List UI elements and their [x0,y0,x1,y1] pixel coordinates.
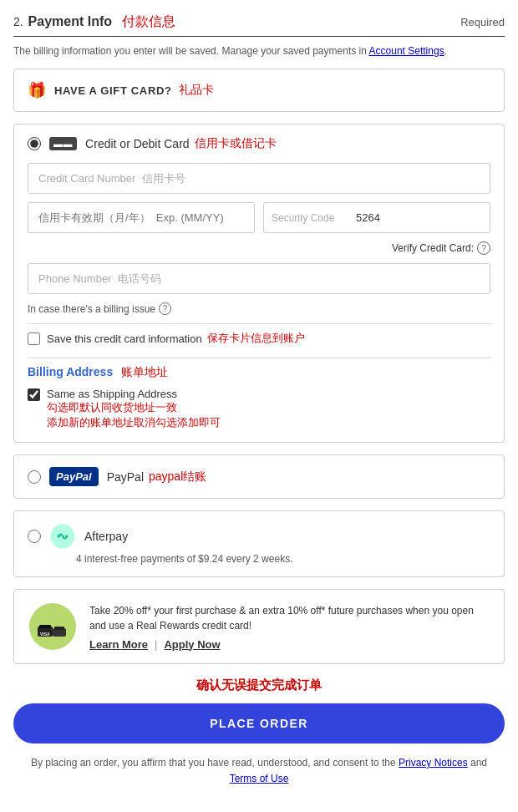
afterpay-header: Afterpay [28,523,490,550]
afterpay-label: Afterpay [84,530,128,543]
credit-card-label-cn: 信用卡或借记卡 [195,136,277,151]
rewards-content: Take 20% off* your first purchase & an e… [89,603,490,651]
account-settings-link[interactable]: Account Settings [369,45,444,57]
svg-point-3 [29,603,76,650]
legal-text: By placing an order, you affirm that you… [13,755,505,787]
svg-point-1 [58,535,60,537]
security-wrap: Security Code [263,202,490,233]
billing-address-section: Billing Address 账单地址 Same as Shipping Ad… [28,365,490,430]
credit-card-section: ▬▬ Credit or Debit Card 信用卡或借记卡 Security… [13,124,505,443]
credit-card-label: Credit or Debit Card [85,137,190,150]
learn-more-link[interactable]: Learn More [89,638,148,651]
rewards-links: Learn More | Apply Now [89,638,490,651]
save-card-checkbox[interactable] [28,332,40,345]
page-container: 2. Payment Info 付款信息 Required The billin… [0,0,518,800]
afterpay-radio[interactable] [28,530,41,543]
svg-point-2 [65,535,68,537]
privacy-link[interactable]: Privacy Notices [399,757,468,769]
credit-card-radio[interactable] [28,137,41,150]
apply-now-link[interactable]: Apply Now [164,638,220,651]
rewards-img: VISA [28,601,78,652]
phone-group [28,263,490,294]
afterpay-subtext: 4 interest-free payments of $9.24 every … [76,553,490,565]
terms-link[interactable]: Terms of Use [230,773,289,784]
afterpay-section: Afterpay 4 interest-free payments of $9.… [13,510,505,577]
card-number-input[interactable] [28,163,490,194]
rewards-divider: | [155,638,157,651]
afterpay-icon [49,523,76,550]
place-order-button[interactable]: PLACE ORDER [13,703,505,743]
security-input[interactable] [263,202,490,233]
save-card-label-cn: 保存卡片信息到账户 [207,331,305,346]
paypal-label-cn: paypal结账 [149,469,206,485]
billing-issue-icon[interactable]: ? [159,302,171,315]
exp-wrap [28,202,255,233]
exp-security-row: Security Code [28,202,490,233]
save-card-row: Save this credit card information 保存卡片信息… [28,331,490,346]
paypal-radio[interactable] [28,470,41,484]
required-label: Required [460,16,505,28]
verify-row: Verify Credit Card: ? [28,241,490,255]
gift-card-box[interactable]: 🎁 HAVE A GIFT CARD? 礼品卡 [13,69,505,112]
billing-address-title-cn: 账单地址 [121,365,168,378]
exp-input[interactable] [28,202,255,233]
billing-issue-row: In case there's a billing issue ? [28,302,490,315]
svg-rect-5 [39,625,51,628]
svg-text:VISA: VISA [40,632,50,637]
paypal-label: PayPal [107,470,144,484]
gift-card-label: HAVE A GIFT CARD? [54,84,172,97]
section-title-cn: 付款信息 [122,14,175,28]
credit-card-header: ▬▬ Credit or Debit Card 信用卡或借记卡 [28,136,490,151]
billing-address-title: Billing Address [28,365,113,378]
paypal-section: PayPal PayPal paypal结账 [13,454,505,499]
verify-text: Verify Credit Card: [392,242,474,254]
billing-issue-text: In case there's a billing issue [28,303,155,315]
section-title: Payment Info [28,14,112,28]
same-address-row: Same as Shipping Address 勾选即默认同收货地址一致 添加… [28,387,490,430]
section-header: 2. Payment Info 付款信息 Required [13,13,505,37]
gift-icon: 🎁 [28,81,46,99]
rewards-text: Take 20% off* your first purchase & an e… [89,603,490,633]
gift-card-label-cn: 礼品卡 [179,83,214,98]
svg-rect-7 [54,627,64,630]
info-text: The billing information you enter will b… [13,45,505,57]
same-address-cn2: 添加新的账单地址取消勾选添加即可 [47,415,221,430]
card-number-group [28,163,490,194]
card-icon: ▬▬ [49,137,77,150]
rewards-banner: VISA Take 20% off* your first purchase &… [13,589,505,664]
same-address-label: Same as Shipping Address [47,388,177,400]
same-address-checkbox[interactable] [28,388,40,401]
save-card-label: Save this credit card information [47,332,202,345]
confirm-text: 确认无误提交完成订单 [13,678,505,693]
paypal-logo: PayPal [49,467,99,486]
same-address-cn1: 勾选即默认同收货地址一致 [47,400,221,415]
verify-icon[interactable]: ? [477,241,490,255]
section-number: 2. [13,15,23,28]
phone-input[interactable] [28,263,490,294]
